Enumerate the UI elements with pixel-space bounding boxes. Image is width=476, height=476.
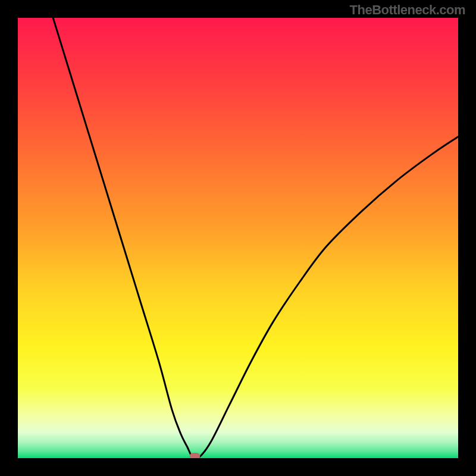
- chart-frame: TheBottleneck.com: [0, 0, 476, 476]
- optimal-marker: [190, 453, 201, 458]
- bottleneck-chart: [18, 18, 458, 458]
- gradient-background: [18, 18, 458, 458]
- watermark-text: TheBottleneck.com: [350, 2, 465, 18]
